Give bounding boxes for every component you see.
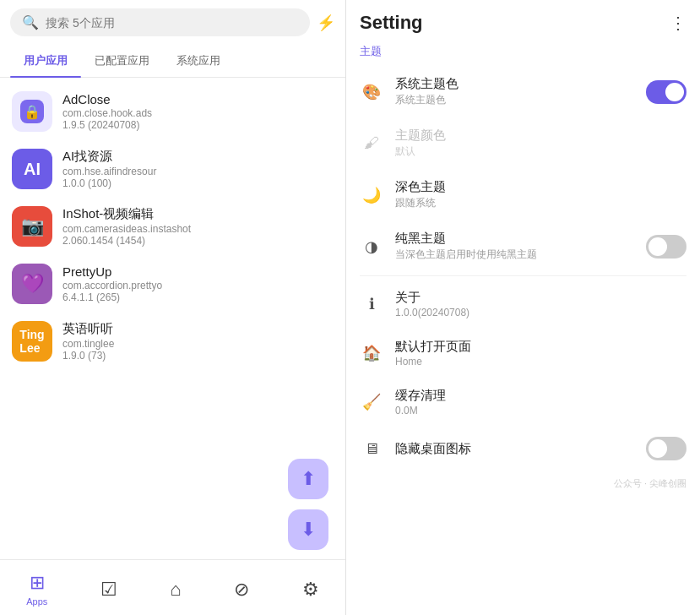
setting-text: 纯黑主题 当深色主题启用时使用纯黑主题 (395, 231, 634, 262)
app-info-adclose: AdClose com.close.hook.ads 1.9.5 (202407… (62, 92, 152, 131)
setting-sub: 系统主题色 (395, 93, 634, 107)
app-icon-inshot: 📷 (12, 206, 52, 247)
list-item[interactable]: AI AI找资源 com.hse.aifindresour 1.0.0 (100… (0, 140, 345, 198)
block-nav-icon: ⊘ (234, 579, 249, 601)
setting-name: 纯黑主题 (395, 231, 634, 247)
filter-icon[interactable]: ⚡ (317, 14, 335, 32)
setting-item-pure-black[interactable]: ◑ 纯黑主题 当深色主题启用时使用纯黑主题 (346, 220, 700, 272)
setting-item-cache-clear[interactable]: 🧹 缓存清理 0.0M (346, 378, 700, 427)
setting-item-hide-icon[interactable]: 🖥 隐藏桌面图标 (346, 427, 700, 471)
home-nav-icon: ⌂ (170, 579, 181, 601)
list-item[interactable]: 💜 PrettyUp com.accordion.prettyo 6.4.1.1… (0, 255, 345, 313)
setting-sub: Home (395, 356, 686, 367)
setting-item-default-page[interactable]: 🏠 默认打开页面 Home (346, 329, 700, 378)
home-icon: 🏠 (360, 341, 383, 365)
more-icon[interactable]: ⋮ (670, 13, 686, 33)
app-info-inshot: InShot-视频编辑 com.camerasideas.instashot 2… (62, 206, 191, 247)
setting-name: 主题颜色 (395, 128, 686, 144)
app-version: 1.9.5 (20240708) (62, 119, 152, 131)
paint-icon: 🖌 (360, 132, 383, 155)
setting-text: 主题颜色 默认 (395, 128, 686, 159)
setting-text: 默认打开页面 Home (395, 339, 686, 367)
setting-text: 系统主题色 系统主题色 (395, 76, 634, 107)
fab-area: ⬆ ⬇ (0, 449, 345, 559)
app-info-prettyup: PrettyUp com.accordion.prettyo 6.4.1.1 (… (62, 264, 162, 303)
halfcircle-icon: ◑ (360, 235, 383, 259)
setting-item-theme-color[interactable]: 🖌 主题颜色 默认 (346, 117, 700, 169)
setting-sub: 当深色主题启用时使用纯黑主题 (395, 248, 634, 262)
tab-user-apps[interactable]: 用户应用 (10, 45, 81, 77)
app-name: PrettyUp (62, 264, 162, 279)
apps-nav-label: Apps (26, 596, 47, 607)
setting-item-dark-theme[interactable]: 🌙 深色主题 跟随系统 (346, 169, 700, 220)
setting-item-system-theme-color[interactable]: 🎨 系统主题色 系统主题色 (346, 66, 700, 117)
pure-black-toggle[interactable] (646, 235, 686, 259)
watermark: 公众号 · 尖峰创圈 (346, 471, 700, 497)
app-info-ai: AI找资源 com.hse.aifindresour 1.0.0 (100) (62, 149, 156, 189)
list-item[interactable]: 📷 InShot-视频编辑 com.camerasideas.instashot… (0, 198, 345, 255)
app-info-tingting: 英语听听 com.tinglee 1.9.0 (73) (62, 321, 114, 362)
search-input[interactable] (46, 16, 298, 30)
right-panel: Setting ⋮ 主题 🎨 系统主题色 系统主题色 🖌 主题颜色 默认 🌙 深… (346, 0, 700, 615)
setting-sub: 默认 (395, 144, 686, 159)
app-pkg: com.camerasideas.instashot (62, 223, 191, 235)
upload-button[interactable]: ⬆ (288, 459, 328, 499)
palette-icon: 🎨 (360, 80, 383, 104)
app-name: AI找资源 (62, 149, 156, 165)
adclose-svg: 🔒 (20, 100, 44, 123)
divider (360, 275, 686, 276)
app-version: 1.9.0 (73) (62, 350, 114, 362)
setting-name: 关于 (395, 290, 686, 306)
setting-sub: 1.0.0(20240708) (395, 307, 686, 318)
nav-item-tasks[interactable]: ☑ (100, 579, 117, 601)
app-list: 🔒 AdClose com.close.hook.ads 1.9.5 (2024… (0, 78, 345, 449)
app-icon-tingting: TingLee (12, 321, 52, 362)
setting-text: 隐藏桌面图标 (395, 441, 634, 457)
tasks-nav-icon: ☑ (100, 579, 117, 601)
tab-system-apps[interactable]: 系统应用 (163, 45, 234, 77)
svg-text:🔒: 🔒 (24, 104, 41, 120)
app-version: 2.060.1454 (1454) (62, 235, 191, 247)
app-pkg: com.tinglee (62, 338, 114, 350)
app-icon-adclose: 🔒 (12, 91, 52, 132)
system-theme-toggle[interactable] (646, 80, 686, 104)
setting-name: 隐藏桌面图标 (395, 441, 634, 457)
settings-nav-icon: ⚙ (302, 579, 319, 601)
tabs: 用户应用 已配置应用 系统应用 (0, 45, 345, 78)
nav-item-block[interactable]: ⊘ (234, 579, 249, 601)
hide-icon-toggle[interactable] (646, 437, 686, 460)
left-panel: 🔍 ⚡ 用户应用 已配置应用 系统应用 🔒 AdClose (0, 0, 346, 615)
list-item[interactable]: TingLee 英语听听 com.tinglee 1.9.0 (73) (0, 313, 345, 370)
tab-configured-apps[interactable]: 已配置应用 (81, 45, 163, 77)
app-pkg: com.hse.aifindresour (62, 166, 156, 177)
download-button[interactable]: ⬇ (288, 509, 328, 550)
section-theme-label: 主题 (346, 41, 700, 66)
setting-name: 系统主题色 (395, 76, 634, 92)
nav-item-settings[interactable]: ⚙ (302, 579, 319, 601)
app-name: 英语听听 (62, 321, 114, 337)
nav-item-home[interactable]: ⌂ (170, 579, 181, 601)
app-icon-prettyup: 💜 (12, 264, 52, 304)
setting-text: 关于 1.0.0(20240708) (395, 290, 686, 318)
setting-text: 缓存清理 0.0M (395, 388, 686, 416)
nav-item-apps[interactable]: ⊞ Apps (26, 572, 47, 607)
toggle-knob (648, 237, 667, 256)
setting-item-about[interactable]: ℹ 关于 1.0.0(20240708) (346, 280, 700, 329)
list-item[interactable]: 🔒 AdClose com.close.hook.ads 1.9.5 (2024… (0, 83, 345, 140)
setting-sub: 0.0M (395, 405, 686, 416)
search-bar: 🔍 ⚡ (0, 0, 345, 45)
setting-header: Setting ⋮ (346, 0, 700, 41)
bottom-nav: ⊞ Apps ☑ ⌂ ⊘ ⚙ (0, 559, 345, 615)
moon-icon: 🌙 (360, 183, 383, 207)
setting-text: 深色主题 跟随系统 (395, 179, 686, 210)
search-input-wrap[interactable]: 🔍 (10, 8, 310, 36)
monitor-icon: 🖥 (360, 437, 383, 460)
app-icon-ai: AI (12, 149, 52, 189)
toggle-knob (665, 83, 684, 101)
broom-icon: 🧹 (360, 390, 383, 414)
info-icon: ℹ (360, 292, 383, 316)
toggle-knob (648, 439, 667, 458)
app-version: 6.4.1.1 (265) (62, 291, 162, 303)
apps-nav-icon: ⊞ (30, 572, 45, 594)
search-icon: 🔍 (22, 14, 39, 30)
